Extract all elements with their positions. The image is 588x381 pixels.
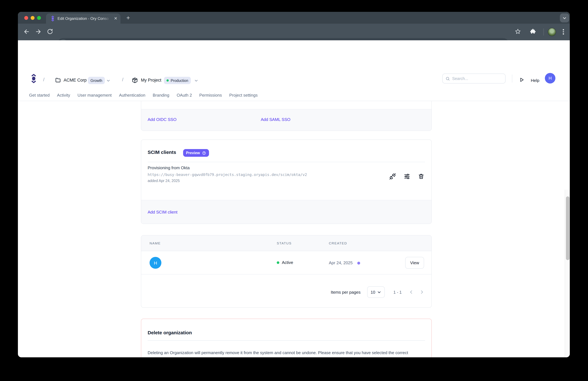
table-header: NAME STATUS CREATED — [141, 235, 431, 251]
scim-clients-card: SCIM clients Preview Provisioning from O… — [141, 139, 432, 224]
page-range: 1 - 1 — [393, 290, 402, 295]
chevron-down-icon — [194, 78, 198, 83]
reload-button[interactable] — [47, 28, 54, 36]
add-scim-client-link[interactable]: Add SCIM client — [148, 209, 177, 214]
tab-close-icon[interactable]: ✕ — [113, 16, 118, 21]
arrow-right-icon — [35, 28, 42, 35]
next-page-button[interactable] — [419, 290, 424, 295]
org-dropdown-trigger[interactable] — [106, 78, 111, 83]
add-oidc-sso-link[interactable]: Add OIDC SSO — [148, 117, 177, 122]
chevron-down-icon — [106, 78, 111, 83]
question-circle-icon — [202, 151, 206, 155]
scrollbar-thumb[interactable] — [566, 196, 569, 260]
new-tab-button[interactable]: + — [125, 14, 132, 22]
browser-menu-button[interactable] — [563, 29, 564, 34]
search-box[interactable] — [442, 74, 505, 84]
delete-card-title: Delete organization — [148, 330, 192, 335]
test-connection-button[interactable] — [388, 172, 397, 180]
tab-strip: Edit Organization - Ory Console ✕ + — [18, 12, 570, 24]
search-input[interactable] — [452, 76, 497, 81]
nav-item-permissions[interactable]: Permissions — [199, 93, 222, 98]
preview-badge[interactable]: Preview — [183, 149, 209, 157]
search-icon — [445, 76, 450, 81]
org-plan-badge-label: Growth — [90, 79, 102, 82]
page-size-select[interactable]: 10 — [367, 286, 385, 298]
delete-client-button[interactable] — [417, 172, 425, 180]
delete-organization-card: Delete organization Deleting an Organiza… — [141, 319, 432, 357]
org-plan-badge: Growth — [88, 77, 105, 84]
nav-item-project-settings[interactable]: Project settings — [229, 93, 258, 98]
breadcrumb-org-name[interactable]: ACME Corp — [63, 78, 87, 83]
created-indicator-dot — [357, 262, 360, 265]
row-avatar: H — [149, 257, 161, 269]
help-link[interactable]: Help — [531, 78, 539, 83]
environment-status-dot — [167, 79, 169, 82]
project-dropdown-trigger[interactable] — [194, 78, 198, 83]
scim-client-url: https://busy-beaver-gqwvd0fb79.projects.… — [148, 172, 307, 177]
page: / ACME Corp Growth / My Project Producti… — [18, 40, 570, 357]
tab-search-button[interactable] — [560, 13, 569, 22]
star-icon — [514, 28, 521, 35]
previous-page-button[interactable] — [409, 290, 414, 295]
nav-item-oauth2[interactable]: OAuth 2 — [177, 93, 192, 98]
run-button[interactable] — [519, 77, 525, 83]
tab-title-fade — [102, 13, 113, 24]
ory-logo-icon[interactable] — [31, 73, 37, 84]
desktop: Edit Organization - Ory Console ✕ + — [0, 0, 588, 381]
nav-item-authentication[interactable]: Authentication — [119, 93, 146, 98]
ory-favicon-icon — [50, 16, 55, 22]
breadcrumb-project-name[interactable]: My Project — [141, 78, 161, 83]
breadcrumb-separator: / — [122, 77, 123, 82]
scrollbar-track[interactable] — [565, 190, 570, 357]
toolbar-divider — [543, 28, 544, 36]
edit-settings-button[interactable] — [403, 172, 411, 180]
organizations-table-card: NAME STATUS CREATED H Active Apr 24, 202… — [141, 235, 432, 308]
user-avatar[interactable]: H — [545, 73, 555, 84]
scim-client-actions — [388, 172, 425, 180]
nav-item-activity[interactable]: Activity — [57, 93, 70, 98]
arrow-left-icon — [23, 28, 30, 35]
browser-toolbar: console.staging.ory.dev/projects/d087b7a… — [18, 24, 570, 40]
unplug-icon — [389, 173, 396, 180]
browser-profile-avatar[interactable] — [548, 28, 556, 36]
items-per-page-label: Items per pages — [331, 290, 360, 295]
browser-tab[interactable]: Edit Organization - Ory Console ✕ — [46, 13, 121, 24]
nav-item-branding[interactable]: Branding — [153, 93, 169, 98]
status-active-dot — [277, 261, 279, 264]
sliders-icon — [403, 173, 410, 180]
add-saml-sso-link[interactable]: Add SAML SSO — [261, 117, 290, 122]
bookmark-button[interactable] — [514, 28, 522, 36]
scim-clients-title: SCIM clients — [148, 149, 176, 155]
chevron-right-icon — [419, 290, 424, 295]
scim-client-name: Provisioning from Okta — [148, 165, 190, 170]
nav-item-get-started[interactable]: Get started — [29, 93, 50, 98]
tab-title: Edit Organization - Ory Console — [58, 16, 109, 21]
reload-icon — [47, 28, 53, 35]
folder-icon — [55, 77, 61, 83]
traffic-zoom-button[interactable] — [37, 16, 41, 20]
nav-item-user-management[interactable]: User management — [78, 93, 112, 98]
divider — [148, 340, 425, 341]
preview-badge-label: Preview — [186, 151, 200, 155]
forward-button[interactable] — [35, 28, 42, 36]
package-icon — [132, 77, 138, 83]
chevron-down-icon — [563, 16, 567, 20]
page-size-value: 10 — [371, 290, 375, 294]
table-header-name: NAME — [149, 241, 161, 245]
created-cell: Apr 24, 2025 — [329, 260, 353, 265]
sso-card-footer: Add OIDC SSO Add SAML SSO — [141, 109, 431, 131]
pagination: Items per pages 10 1 - 1 — [141, 274, 431, 308]
puzzle-icon — [530, 28, 536, 35]
environment-badge: Production — [164, 77, 191, 84]
breadcrumb-separator: / — [43, 77, 44, 82]
chevron-left-icon — [409, 290, 414, 295]
header-divider — [512, 74, 512, 83]
extensions-button[interactable] — [530, 28, 538, 36]
environment-badge-label: Production — [171, 79, 188, 82]
view-button[interactable]: View — [405, 257, 424, 269]
trash-icon — [418, 173, 424, 179]
traffic-minimize-button[interactable] — [31, 16, 35, 20]
traffic-close-button[interactable] — [24, 16, 28, 20]
back-button[interactable] — [23, 28, 31, 36]
scim-card-footer: Add SCIM client — [141, 200, 431, 224]
